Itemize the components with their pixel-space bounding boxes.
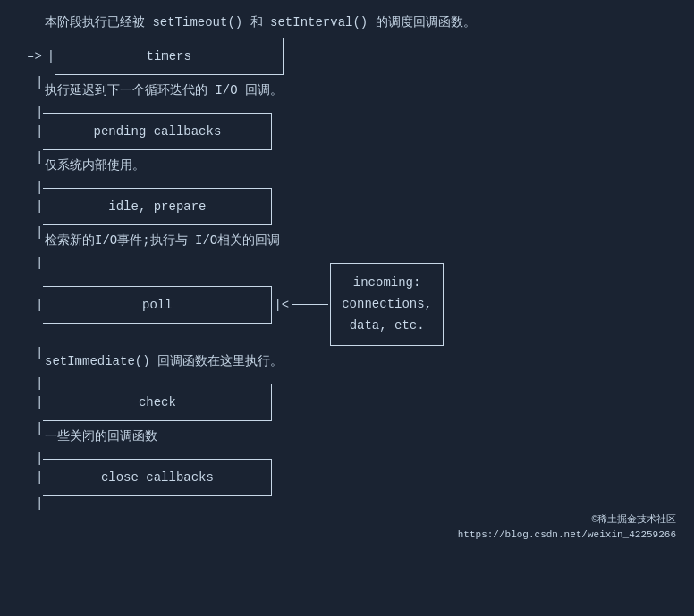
- watermark-line2: https://blog.csdn.net/weixin_42259266: [18, 527, 676, 543]
- v-connector-9: |: [36, 421, 43, 428]
- incoming-line1: incoming:: [342, 273, 432, 294]
- incoming-box: incoming: connections, data, etc.: [330, 263, 444, 346]
- v-connector-10: |: [36, 451, 43, 459]
- poll-arrow-indicator: |<: [274, 298, 289, 312]
- idle-label: idle, prepare: [108, 199, 206, 214]
- incoming-line3: data, etc.: [342, 316, 432, 337]
- pending-box: pending callbacks: [43, 113, 272, 150]
- v-connector-6: |: [36, 256, 43, 263]
- main-diagram: 本阶段执行已经被 setTimeout() 和 setInterval() 的调…: [18, 14, 676, 600]
- close-box: close callbacks: [43, 459, 272, 496]
- pending-label: pending callbacks: [93, 124, 221, 139]
- v-connector-5: |: [36, 225, 43, 232]
- idle-box: idle, prepare: [43, 188, 272, 225]
- desc-idle: 仅系统内部使用。: [18, 157, 676, 173]
- v-connector-8: |: [36, 376, 43, 384]
- check-box: check: [43, 384, 272, 421]
- timers-label: timers: [147, 49, 191, 63]
- idle-left-border: |: [36, 199, 43, 214]
- watermark: ©稀土掘金技术社区 https://blog.csdn.net/weixin_4…: [18, 512, 676, 542]
- desc-close: 一些关闭的回调函数: [18, 428, 676, 444]
- incoming-line2: connections,: [342, 294, 432, 316]
- close-left-border: |: [36, 470, 43, 485]
- watermark-line1: ©稀土掘金技术社区: [18, 512, 676, 527]
- poll-label: poll: [142, 298, 173, 312]
- v-connector-2: |: [36, 105, 43, 113]
- v-connector-7: |: [36, 346, 43, 353]
- v-connector-11: |: [36, 496, 43, 503]
- check-left-border: |: [36, 395, 43, 409]
- desc-poll: 检索新的I/O事件;执行与 I/O相关的回调: [18, 232, 676, 249]
- timers-arrow: –>: [27, 49, 42, 63]
- desc-pending: 执行延迟到下一个循环迭代的 I/O 回调。: [18, 82, 676, 98]
- pending-left-border: |: [36, 124, 43, 139]
- timers-box: timers: [55, 38, 284, 75]
- poll-left-border: |: [36, 298, 43, 312]
- poll-arrow-line: [292, 304, 328, 305]
- timers-left-border: |: [47, 49, 55, 63]
- header-description: 本阶段执行已经被 setTimeout() 和 setInterval() 的调…: [18, 14, 676, 30]
- v-connector-1: |: [36, 75, 43, 82]
- check-label: check: [139, 395, 176, 409]
- v-connector-3: |: [36, 150, 43, 157]
- desc-check: setImmediate() 回调函数在这里执行。: [18, 353, 676, 369]
- v-connector-4: |: [36, 181, 43, 188]
- close-label: close callbacks: [101, 470, 214, 485]
- poll-box: poll: [43, 286, 272, 324]
